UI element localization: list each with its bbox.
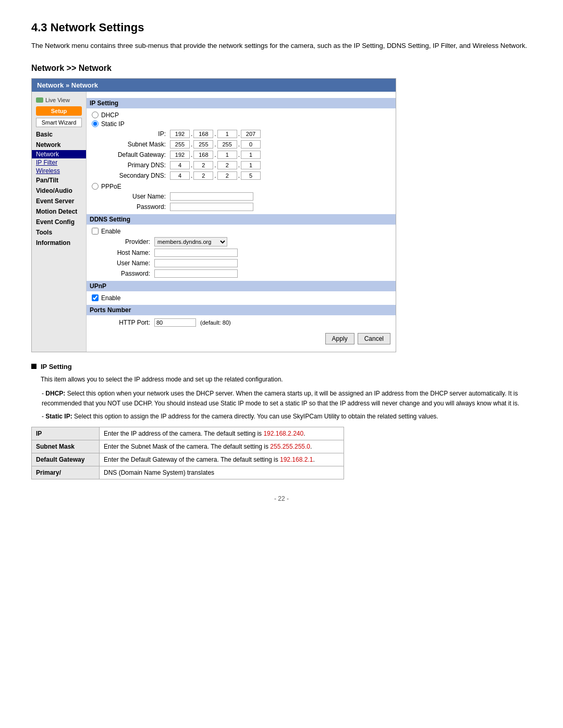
apply-button[interactable]: Apply <box>325 333 354 344</box>
ip-octet-2[interactable] <box>193 130 213 138</box>
secondary-dns-octet-2[interactable] <box>193 171 213 180</box>
secondary-dns-octet-1[interactable] <box>170 171 190 180</box>
secondary-dns-octet-4[interactable] <box>241 171 261 180</box>
dhcp-radio-row: DHCP <box>92 112 390 119</box>
table-cell-subnet: Enter the Subnet Mask of the camera. The… <box>100 440 344 453</box>
sidebar-label-tools: Tools <box>32 227 86 238</box>
sidebar-label-event-server: Event Server <box>32 196 86 206</box>
smart-wizard-button[interactable]: Smart Wizard <box>36 118 82 127</box>
table-row: IP Enter the IP address of the camera. T… <box>32 427 344 440</box>
static-ip-label: Static IP <box>101 120 125 128</box>
subnet-octet-2[interactable] <box>193 140 213 149</box>
ip-setting-intro: This item allows you to select the IP ad… <box>41 375 532 385</box>
provider-row: Provider: members.dyndns.org <box>92 237 390 246</box>
gateway-label: Default Gateway: <box>107 151 170 158</box>
secondary-dns-label: Secondary DNS: <box>107 172 170 179</box>
subnet-label: Subnet Mask: <box>107 141 170 148</box>
ip-octet-1[interactable] <box>170 130 190 138</box>
table-header-primary: Primary/ <box>32 466 100 479</box>
pppoe-radio-row: PPPoE <box>92 183 390 190</box>
upnp-enable-row: Enable <box>92 294 390 302</box>
subnet-octet-4[interactable] <box>241 140 261 149</box>
ddns-enable-checkbox[interactable] <box>92 228 99 235</box>
ddns-setting-bar: DDNS Setting <box>87 214 396 225</box>
pppoe-radio[interactable] <box>92 183 99 190</box>
table-header-ip: IP <box>32 427 100 440</box>
ip-row: IP: . . . <box>92 130 390 138</box>
gateway-octet-4[interactable] <box>241 151 261 159</box>
sidebar-item-setup[interactable]: Setup <box>36 106 82 116</box>
provider-select[interactable]: members.dyndns.org <box>154 237 227 246</box>
info-table: IP Enter the IP address of the camera. T… <box>31 427 344 479</box>
live-view-label: Live View <box>45 97 70 103</box>
primary-dns-octet-4[interactable] <box>241 161 261 169</box>
subnet-octet-1[interactable] <box>170 140 190 149</box>
static-ip-radio[interactable] <box>92 120 99 127</box>
gateway-octet-3[interactable] <box>217 151 237 159</box>
table-row: Default Gateway Enter the Default Gatewa… <box>32 453 344 466</box>
sidebar-item-ip-filter[interactable]: IP Filter <box>32 158 86 167</box>
host-name-row: Host Name: <box>92 249 390 257</box>
sidebar-label-pan-tilt: Pan/Tilt <box>32 175 86 186</box>
secondary-dns-row: Secondary DNS: . . . <box>92 171 390 180</box>
ip-field-label: IP: <box>107 130 170 138</box>
primary-dns-octet-1[interactable] <box>170 161 190 169</box>
primary-dns-octet-3[interactable] <box>217 161 237 169</box>
subnet-octet-3[interactable] <box>217 140 237 149</box>
username-input[interactable] <box>170 192 253 201</box>
subnet-input-group: . . . <box>170 140 261 149</box>
password-label: Password: <box>107 203 170 211</box>
gateway-octet-2[interactable] <box>193 151 213 159</box>
static-ip-desc-text: Select this option to assign the IP addr… <box>74 413 438 420</box>
upnp-bar: UPnP <box>87 281 396 291</box>
dhcp-radio[interactable] <box>92 112 99 118</box>
http-port-default: (default: 80) <box>200 319 231 326</box>
subnet-default-link: 255.255.255.0 <box>270 443 310 450</box>
upnp-enable-label: Enable <box>101 294 120 302</box>
ip-octet-3[interactable] <box>217 130 237 138</box>
bullet-icon <box>31 364 36 369</box>
primary-dns-input-group: . . . <box>170 161 261 169</box>
username-label: User Name: <box>107 193 170 200</box>
dhcp-desc-text: Select this option when your network use… <box>42 390 519 407</box>
ports-bar: Ports Number <box>87 305 396 315</box>
http-port-label: HTTP Port: <box>92 319 154 326</box>
gateway-octet-1[interactable] <box>170 151 190 159</box>
table-header-gateway: Default Gateway <box>32 453 100 466</box>
host-name-label: Host Name: <box>92 249 154 256</box>
sidebar-item-live-view[interactable]: Live View <box>32 95 86 105</box>
sidebar-item-wireless[interactable]: Wireless <box>32 167 86 175</box>
ddns-username-input[interactable] <box>154 259 238 267</box>
ddns-password-label: Password: <box>92 270 154 277</box>
primary-dns-label: Primary DNS: <box>107 162 170 169</box>
ddns-password-row: Password: <box>92 269 390 278</box>
primary-dns-octet-2[interactable] <box>193 161 213 169</box>
dhcp-label: DHCP <box>101 112 119 119</box>
secondary-dns-input-group: . . . <box>170 171 261 180</box>
http-port-input[interactable] <box>154 318 196 327</box>
ip-octet-4[interactable] <box>241 130 261 138</box>
ddns-username-label: User Name: <box>92 260 154 267</box>
subnet-row: Subnet Mask: . . . <box>92 140 390 149</box>
table-cell-primary: DNS (Domain Name System) translates <box>100 466 344 479</box>
intro-text: The Network menu contains three sub-menu… <box>31 41 532 51</box>
table-cell-ip: Enter the IP address of the camera. The … <box>100 427 344 440</box>
ip-setting-section: IP Setting This item allows you to selec… <box>31 363 532 480</box>
gateway-input-group: . . . <box>170 151 261 159</box>
secondary-dns-octet-3[interactable] <box>217 171 237 180</box>
sidebar-label-basic: Basic <box>32 129 86 140</box>
password-input[interactable] <box>170 203 253 211</box>
cancel-button[interactable]: Cancel <box>358 333 390 344</box>
camera-icon <box>36 97 43 103</box>
sidebar-item-network[interactable]: Network <box>32 150 86 158</box>
host-name-input[interactable] <box>154 249 238 257</box>
sidebar-label-video-audio: Video/Audio <box>32 186 86 196</box>
table-cell-gateway: Enter the Default Gateway of the camera.… <box>100 453 344 466</box>
page-number: - 22 - <box>31 495 532 502</box>
ip-default-link: 192.168.2.240 <box>263 430 303 437</box>
ddns-enable-label: Enable <box>101 228 120 235</box>
upnp-enable-checkbox[interactable] <box>92 294 99 301</box>
ddns-password-input[interactable] <box>154 269 238 278</box>
static-ip-description: Static IP: Select this option to assign … <box>42 412 532 422</box>
gateway-default-link: 192.168.2.1 <box>280 456 313 463</box>
